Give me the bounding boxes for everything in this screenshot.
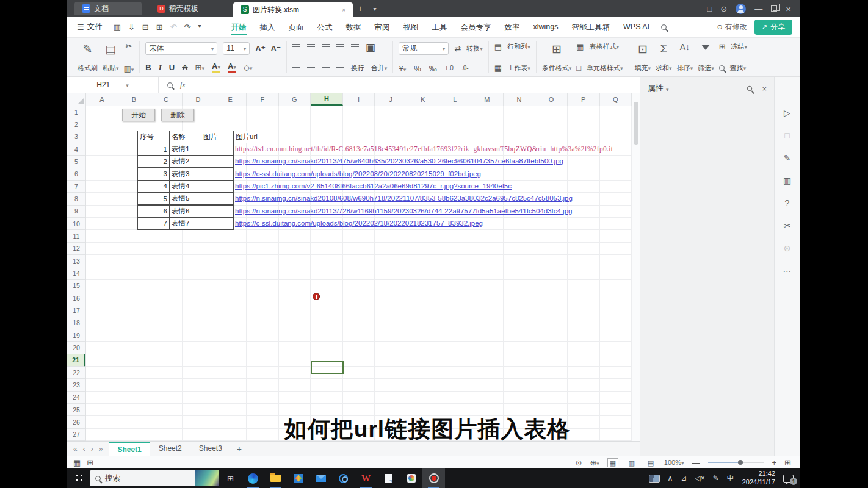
page-layout-view-icon[interactable]: ▥: [626, 458, 637, 467]
row-header[interactable]: 17: [67, 304, 85, 317]
cell-url-link[interactable]: https://n.sinaimg.cn/sinakd20113/475/w64…: [235, 155, 632, 168]
ribbon-tab[interactable]: 插入: [255, 18, 281, 36]
vertical-scrollbar-thumb[interactable]: [634, 102, 638, 145]
export-icon[interactable]: ⇩: [128, 23, 135, 31]
undo-icon[interactable]: ↶: [170, 23, 177, 31]
selected-cell-outline[interactable]: [311, 361, 344, 374]
cell-name[interactable]: 表情5: [169, 192, 201, 205]
tab-close-icon[interactable]: ×: [342, 7, 345, 13]
cell-image[interactable]: [201, 217, 234, 230]
row-header[interactable]: 5: [67, 156, 85, 168]
cell-url-link[interactable]: https://ts1.cn.mm.bing.net/th/id/R-C.681…: [235, 143, 632, 156]
cell-url-link[interactable]: https://c-ssl.duitang.com/uploads/blog/2…: [235, 217, 632, 230]
column-header[interactable]: C: [150, 93, 183, 106]
decrease-decimal-icon[interactable]: .0-: [461, 65, 469, 71]
ribbon-tab[interactable]: 审阅: [369, 18, 396, 36]
print-icon[interactable]: ⊟: [142, 23, 149, 31]
cell-name[interactable]: 表情3: [169, 168, 201, 181]
increase-font-icon[interactable]: A⁺: [255, 44, 265, 53]
worksheet-button[interactable]: 工作表: [507, 63, 530, 73]
print-preview-icon[interactable]: ⊞: [156, 23, 163, 31]
pin-icon[interactable]: [747, 85, 753, 92]
italic-icon[interactable]: I: [159, 63, 162, 73]
next-sheet-icon[interactable]: ›: [91, 445, 93, 453]
zoom-slider-knob[interactable]: [738, 460, 743, 465]
volume-muted-icon[interactable]: ◁×: [695, 474, 704, 483]
name-box[interactable]: H21: [67, 77, 159, 93]
row-header[interactable]: 13: [67, 255, 85, 267]
ribbon-tab[interactable]: WPS AI: [618, 18, 655, 36]
layout-mode-icon[interactable]: □: [707, 5, 712, 13]
column-header[interactable]: J: [375, 93, 407, 106]
bold-icon[interactable]: B: [145, 63, 151, 72]
row-header[interactable]: 4: [67, 143, 85, 156]
sort-button[interactable]: A↓ 排序: [677, 42, 693, 73]
macro-delete-button[interactable]: 删除: [161, 109, 194, 121]
restore-icon[interactable]: [771, 5, 777, 12]
ribbon-tab[interactable]: 页面: [283, 18, 309, 36]
row-header[interactable]: 10: [67, 218, 85, 230]
find-button[interactable]: 查找: [730, 63, 747, 73]
ribbon-tab[interactable]: 数据: [341, 18, 367, 36]
cell-style-button[interactable]: 单元格样式: [587, 63, 623, 73]
page-break-view-icon[interactable]: ▤: [645, 458, 656, 467]
zoom-level[interactable]: 100%: [664, 459, 684, 466]
cell-number[interactable]: 1: [137, 143, 170, 156]
column-header[interactable]: G: [279, 93, 311, 106]
align-left-icon[interactable]: [292, 65, 300, 71]
panel-close-icon[interactable]: ×: [762, 84, 767, 93]
redo-icon[interactable]: ↷: [184, 23, 191, 31]
cell-name[interactable]: 表情1: [169, 143, 201, 156]
minimize-icon[interactable]: —: [754, 5, 762, 13]
table-style-button[interactable]: 表格样式: [589, 42, 619, 51]
cell-name[interactable]: 表情2: [169, 155, 201, 168]
header-cell-url[interactable]: 图片url: [233, 131, 266, 143]
macro-record-icon[interactable]: ⊞: [87, 459, 93, 467]
fx-icon[interactable]: fx: [180, 81, 186, 90]
properties-dropdown-icon[interactable]: [666, 84, 669, 93]
column-header[interactable]: A: [86, 93, 118, 106]
column-header[interactable]: K: [407, 93, 439, 106]
ribbon-tab[interactable]: 智能工具箱: [566, 18, 616, 36]
row-header[interactable]: 9: [67, 206, 85, 218]
decrease-indent-icon[interactable]: [336, 44, 344, 50]
row-header[interactable]: 18: [67, 317, 85, 329]
signature-icon[interactable]: ✎: [784, 153, 791, 163]
paste-button[interactable]: ▤ 粘贴: [103, 42, 119, 73]
strikethrough-icon[interactable]: A: [182, 63, 187, 72]
ribbon-tab[interactable]: 视图: [398, 18, 424, 36]
conditional-format-button[interactable]: ⊞ 条件格式: [542, 42, 572, 73]
cell-number[interactable]: 3: [137, 168, 170, 181]
row-header[interactable]: 12: [67, 243, 85, 255]
close-icon[interactable]: ×: [786, 4, 791, 13]
sheet-tab[interactable]: Sheet3: [190, 442, 231, 456]
row-header[interactable]: 16: [67, 292, 85, 304]
sheet-tab[interactable]: Sheet1: [109, 442, 150, 456]
row-header[interactable]: 3: [67, 131, 85, 143]
freeze-button[interactable]: 冻结: [731, 42, 748, 51]
comma-style-icon[interactable]: ‰: [429, 65, 437, 73]
cell-number[interactable]: 5: [137, 192, 170, 205]
row-header[interactable]: 22: [67, 367, 85, 379]
row-header[interactable]: 23: [67, 379, 85, 391]
header-cell-image[interactable]: 图片: [201, 131, 234, 143]
cell-number[interactable]: 4: [137, 180, 170, 193]
cell-image[interactable]: [201, 180, 234, 193]
sum-button[interactable]: Σ 求和: [656, 42, 672, 73]
ribbon-tab[interactable]: 开始: [226, 18, 252, 36]
row-header[interactable]: 25: [67, 404, 85, 416]
wrap-big-icon[interactable]: ▣: [366, 42, 375, 52]
taskbar-nearby-share-icon[interactable]: [332, 468, 355, 488]
sheet-tab[interactable]: Sheet2: [150, 442, 190, 456]
cell-name[interactable]: 表情6: [169, 205, 201, 218]
network-icon[interactable]: ⊿: [681, 474, 687, 483]
row-header[interactable]: 8: [67, 193, 85, 205]
save-icon[interactable]: ▥: [114, 23, 121, 31]
select-cursor-icon[interactable]: ▷: [784, 108, 790, 118]
tab-list-dropdown-icon[interactable]: ▾: [367, 5, 382, 12]
row-header[interactable]: 27: [67, 429, 85, 441]
taskbar-notes-icon[interactable]: [377, 468, 400, 488]
column-header[interactable]: M: [471, 93, 504, 106]
row-header[interactable]: 14: [67, 267, 85, 279]
cell-image[interactable]: [201, 168, 234, 181]
